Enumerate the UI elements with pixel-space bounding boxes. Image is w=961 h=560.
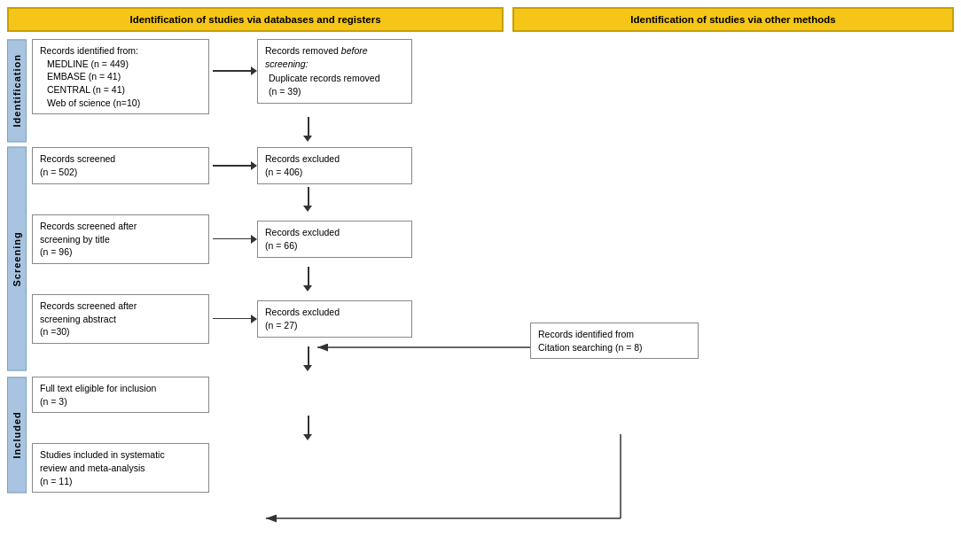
- header-right: Identification of studies via other meth…: [512, 7, 954, 32]
- ft-line2: (n = 3): [40, 395, 201, 408]
- left-column: Identification Records identified from: …: [7, 39, 504, 498]
- full-text-box: Full text eligible for inclusion (n = 3): [32, 377, 209, 413]
- excluded1-count: (n = 406): [265, 166, 404, 179]
- excluded1-title: Records excluded: [265, 152, 404, 166]
- arrow-title-to-abstract: [302, 267, 315, 292]
- screened-title-row: Records screened after screening by titl…: [32, 214, 504, 264]
- excluded-2-box: Records excluded (n = 66): [257, 221, 412, 257]
- identification-content: Records identified from: MEDLINE (n = 44…: [27, 39, 504, 142]
- excluded-3-box: Records excluded (n = 27): [257, 300, 412, 337]
- citation-box: Records identified from Citation searchi…: [530, 323, 699, 359]
- excluded3-count: (n = 27): [265, 319, 404, 332]
- cit-line1: Records identified from: [538, 328, 691, 341]
- medline: MEDLINE (n = 449): [40, 58, 201, 71]
- removed-title: Records removed before: [265, 44, 404, 58]
- screening-label: Screening: [7, 147, 27, 371]
- included-content: Full text eligible for inclusion (n = 3)…: [27, 377, 504, 493]
- prisma-diagram: Identification of studies via databases …: [0, 0, 961, 560]
- sa-line1: Records screened after: [40, 299, 201, 313]
- excluded2-title: Records excluded: [265, 226, 404, 239]
- ft-line1: Full text eligible for inclusion: [40, 382, 201, 395]
- arrow-screened-excluded1: [213, 159, 257, 172]
- studies-included-box: Studies included in systematic review an…: [32, 443, 209, 493]
- screened-title-box: Records screened after screening by titl…: [32, 214, 209, 264]
- identification-label: Identification: [7, 39, 27, 142]
- st-line1: Records screened after: [40, 220, 201, 233]
- removed-screening: screening:: [265, 58, 404, 71]
- removed-detail: Duplicate records removed: [265, 72, 404, 85]
- screened-title: Records screened: [40, 152, 201, 166]
- full-text-row: Full text eligible for inclusion (n = 3): [32, 377, 504, 413]
- removed-count: (n = 39): [265, 85, 404, 98]
- records-identified-title: Records identified from:: [40, 44, 201, 58]
- embase: EMBASE (n = 41): [40, 70, 201, 83]
- st-line2: screening by title: [40, 233, 201, 246]
- excluded3-title: Records excluded: [265, 306, 404, 319]
- excluded2-count: (n = 66): [265, 239, 404, 253]
- id-inner: Records identified from: MEDLINE (n = 44…: [32, 39, 504, 114]
- screening-stage: Screening Records screened (n = 502) Rec…: [7, 147, 504, 371]
- right-column: Records identified from Citation searchi…: [512, 39, 954, 498]
- arrow-title-excluded2: [213, 233, 257, 245]
- records-removed-box: Records removed before screening: Duplic…: [257, 39, 412, 104]
- header-left: Identification of studies via databases …: [7, 7, 504, 32]
- connector-svg: [512, 39, 956, 560]
- arrow-id-to-screening: [302, 117, 315, 142]
- sa-line3: (n =30): [40, 325, 201, 338]
- studies-row: Studies included in systematic review an…: [32, 443, 504, 493]
- main-layout: Identification Records identified from: …: [7, 39, 954, 498]
- screening-content: Records screened (n = 502) Records exclu…: [27, 147, 504, 371]
- cit-line2: Citation searching (n = 8): [538, 341, 691, 354]
- included-label: Included: [7, 377, 27, 493]
- records-identified-box: Records identified from: MEDLINE (n = 44…: [32, 39, 209, 114]
- screened-abstract-box: Records screened after screening abstrac…: [32, 294, 209, 344]
- screened-row: Records screened (n = 502) Records exclu…: [32, 147, 504, 183]
- identification-stage: Identification Records identified from: …: [7, 39, 504, 142]
- arrow-abstract-to-fulltext: [302, 346, 315, 371]
- central: CENTRAL (n = 41): [40, 83, 201, 97]
- web-of-science: Web of science (n=10): [40, 97, 201, 110]
- si-line2: review and meta-analysis: [40, 462, 201, 475]
- si-line1: Studies included in systematic: [40, 448, 201, 462]
- si-line3: (n = 11): [40, 475, 201, 488]
- arrow-screened-to-title: [302, 187, 315, 212]
- screened-abstract-row: Records screened after screening abstrac…: [32, 294, 504, 344]
- screened-count: (n = 502): [40, 166, 201, 179]
- records-screened-box: Records screened (n = 502): [32, 147, 209, 183]
- arrow-abstract-excluded3: [213, 313, 257, 325]
- citation-area: Records identified from Citation searchi…: [530, 323, 699, 359]
- arrow-to-removed: [213, 65, 257, 77]
- st-line3: (n = 96): [40, 245, 201, 259]
- header-row: Identification of studies via databases …: [7, 7, 954, 32]
- arrow-fulltext-to-studies: [302, 416, 315, 440]
- excluded-1-box: Records excluded (n = 406): [257, 147, 412, 183]
- sa-line2: screening abstract: [40, 313, 201, 326]
- included-stage: Included Full text eligible for inclusio…: [7, 377, 504, 493]
